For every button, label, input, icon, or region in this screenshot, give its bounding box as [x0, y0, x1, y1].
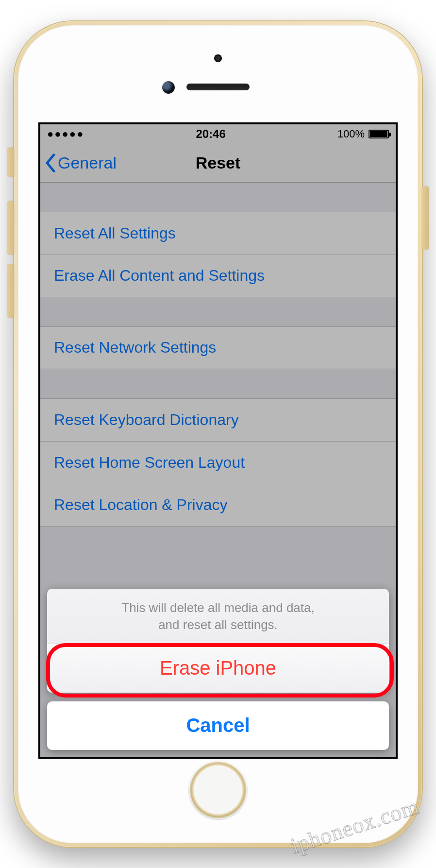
erase-iphone-label: Erase iPhone: [160, 657, 276, 679]
chevron-left-icon: [45, 153, 56, 172]
cancel-button[interactable]: Cancel: [47, 701, 389, 750]
back-button[interactable]: General: [45, 153, 117, 172]
cancel-label: Cancel: [186, 715, 250, 736]
status-time: 20:46: [196, 127, 225, 141]
cell-label: Reset Keyboard Dictionary: [54, 411, 239, 429]
battery-icon: [369, 130, 389, 138]
back-label: General: [58, 153, 117, 172]
home-button[interactable]: [189, 761, 247, 819]
power-button: [422, 187, 429, 250]
settings-group: Reset Keyboard Dictionary Reset Home Scr…: [40, 398, 396, 527]
cell-label: Reset Network Settings: [54, 339, 216, 357]
cell-label: Reset Location & Privacy: [54, 496, 228, 514]
phone-bezel: ●●●●● 20:46 100% General Reset: [18, 25, 418, 843]
screen: ●●●●● 20:46 100% General Reset: [38, 122, 398, 759]
action-sheet-panel: This will delete all media and data, and…: [47, 589, 389, 692]
battery-percentage: 100%: [337, 128, 365, 140]
front-camera-icon: [162, 81, 175, 94]
action-sheet-message: This will delete all media and data, and…: [47, 589, 389, 644]
navigation-bar: General Reset: [40, 144, 396, 183]
page-title: Reset: [196, 153, 241, 172]
phone-frame: ●●●●● 20:46 100% General Reset: [14, 21, 422, 847]
cell-label: Reset Home Screen Layout: [54, 454, 245, 472]
cell-label: Erase All Content and Settings: [54, 267, 265, 285]
status-bar: ●●●●● 20:46 100%: [40, 124, 396, 144]
volume-up-button: [7, 201, 14, 255]
settings-group: Reset Network Settings: [40, 326, 396, 369]
cell-reset-home-layout[interactable]: Reset Home Screen Layout: [40, 441, 396, 484]
action-sheet-cancel-panel: Cancel: [47, 701, 389, 750]
earpiece-icon: [186, 84, 250, 90]
cell-reset-location-privacy[interactable]: Reset Location & Privacy: [40, 484, 396, 527]
erase-iphone-button[interactable]: Erase iPhone: [47, 644, 389, 693]
ring-silent-switch: [7, 148, 14, 177]
cell-label: Reset All Settings: [54, 224, 176, 242]
signal-strength-icon: ●●●●●: [47, 128, 84, 140]
cell-reset-all-settings[interactable]: Reset All Settings: [40, 212, 396, 255]
cell-erase-all-content[interactable]: Erase All Content and Settings: [40, 255, 396, 297]
settings-group: Reset All Settings Erase All Content and…: [40, 212, 396, 297]
proximity-sensor-icon: [214, 54, 222, 62]
cell-reset-keyboard[interactable]: Reset Keyboard Dictionary: [40, 398, 396, 441]
volume-down-button: [7, 264, 14, 318]
action-sheet: This will delete all media and data, and…: [47, 589, 389, 749]
cell-reset-network[interactable]: Reset Network Settings: [40, 326, 396, 369]
